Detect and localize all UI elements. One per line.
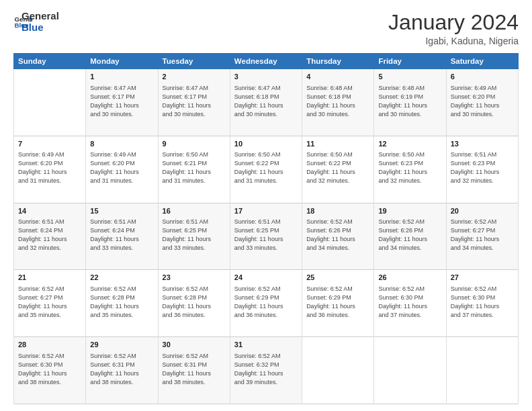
logo-blue: Blue bbox=[21, 22, 59, 34]
day-info: Sunrise: 6:51 AMSunset: 6:24 PMDaylight:… bbox=[18, 218, 81, 253]
day-number: 17 bbox=[234, 206, 298, 216]
day-number: 2 bbox=[163, 72, 226, 82]
day-number: 25 bbox=[306, 273, 369, 283]
logo: General Blue General Blue bbox=[13, 11, 59, 33]
week-row-5: 28Sunrise: 6:52 AMSunset: 6:30 PMDayligh… bbox=[14, 337, 519, 404]
day-number: 28 bbox=[18, 340, 81, 350]
day-info: Sunrise: 6:51 AMSunset: 6:24 PMDaylight:… bbox=[90, 218, 153, 253]
day-info: Sunrise: 6:49 AMSunset: 6:20 PMDaylight:… bbox=[18, 150, 81, 185]
day-info: Sunrise: 6:49 AMSunset: 6:20 PMDaylight:… bbox=[90, 150, 153, 185]
day-info: Sunrise: 6:50 AMSunset: 6:22 PMDaylight:… bbox=[306, 150, 369, 185]
day-cell: 24Sunrise: 6:52 AMSunset: 6:29 PMDayligh… bbox=[230, 270, 302, 337]
logo-general: General bbox=[21, 11, 59, 22]
header-day-tuesday: Tuesday bbox=[158, 54, 230, 69]
day-cell bbox=[374, 337, 446, 404]
title-block: January 2024 Igabi, Kaduna, Nigeria bbox=[388, 11, 519, 46]
day-cell bbox=[302, 337, 374, 404]
day-info: Sunrise: 6:52 AMSunset: 6:31 PMDaylight:… bbox=[163, 352, 226, 387]
day-number: 23 bbox=[163, 273, 226, 283]
day-info: Sunrise: 6:52 AMSunset: 6:26 PMDaylight:… bbox=[306, 218, 369, 253]
day-number: 10 bbox=[234, 139, 298, 149]
header-row: SundayMondayTuesdayWednesdayThursdayFrid… bbox=[14, 54, 519, 69]
day-number: 31 bbox=[234, 340, 298, 350]
day-number: 18 bbox=[306, 206, 369, 216]
day-number: 6 bbox=[451, 72, 514, 82]
day-info: Sunrise: 6:49 AMSunset: 6:20 PMDaylight:… bbox=[451, 84, 514, 119]
day-info: Sunrise: 6:52 AMSunset: 6:27 PMDaylight:… bbox=[18, 285, 81, 320]
day-cell: 18Sunrise: 6:52 AMSunset: 6:26 PMDayligh… bbox=[302, 203, 374, 270]
day-number: 7 bbox=[18, 139, 81, 149]
day-cell: 27Sunrise: 6:52 AMSunset: 6:30 PMDayligh… bbox=[446, 270, 518, 337]
header-day-friday: Friday bbox=[374, 54, 446, 69]
day-number: 14 bbox=[18, 206, 81, 216]
calendar-table: SundayMondayTuesdayWednesdayThursdayFrid… bbox=[13, 53, 519, 404]
day-info: Sunrise: 6:47 AMSunset: 6:17 PMDaylight:… bbox=[90, 84, 153, 119]
day-number: 20 bbox=[451, 206, 514, 216]
day-info: Sunrise: 6:52 AMSunset: 6:29 PMDaylight:… bbox=[234, 285, 298, 320]
header-day-sunday: Sunday bbox=[14, 54, 86, 69]
day-number: 30 bbox=[163, 340, 226, 350]
week-row-1: 1Sunrise: 6:47 AMSunset: 6:17 PMDaylight… bbox=[14, 69, 519, 136]
day-number: 26 bbox=[378, 273, 441, 283]
day-info: Sunrise: 6:52 AMSunset: 6:26 PMDaylight:… bbox=[378, 218, 441, 253]
day-info: Sunrise: 6:51 AMSunset: 6:25 PMDaylight:… bbox=[234, 218, 298, 253]
day-number: 3 bbox=[234, 72, 298, 82]
day-cell: 10Sunrise: 6:50 AMSunset: 6:22 PMDayligh… bbox=[230, 136, 302, 203]
day-info: Sunrise: 6:48 AMSunset: 6:19 PMDaylight:… bbox=[378, 84, 441, 119]
day-cell: 30Sunrise: 6:52 AMSunset: 6:31 PMDayligh… bbox=[158, 337, 230, 404]
day-number: 15 bbox=[90, 206, 153, 216]
day-number: 13 bbox=[451, 139, 514, 149]
day-cell: 25Sunrise: 6:52 AMSunset: 6:29 PMDayligh… bbox=[302, 270, 374, 337]
day-cell: 6Sunrise: 6:49 AMSunset: 6:20 PMDaylight… bbox=[446, 69, 518, 136]
day-cell: 29Sunrise: 6:52 AMSunset: 6:31 PMDayligh… bbox=[86, 337, 158, 404]
day-number: 21 bbox=[18, 273, 81, 283]
day-cell: 12Sunrise: 6:50 AMSunset: 6:23 PMDayligh… bbox=[374, 136, 446, 203]
day-cell bbox=[14, 69, 86, 136]
day-number: 8 bbox=[90, 139, 153, 149]
day-info: Sunrise: 6:47 AMSunset: 6:18 PMDaylight:… bbox=[234, 84, 298, 119]
day-cell: 9Sunrise: 6:50 AMSunset: 6:21 PMDaylight… bbox=[158, 136, 230, 203]
day-cell: 16Sunrise: 6:51 AMSunset: 6:25 PMDayligh… bbox=[158, 203, 230, 270]
day-number: 22 bbox=[90, 273, 153, 283]
day-cell: 8Sunrise: 6:49 AMSunset: 6:20 PMDaylight… bbox=[86, 136, 158, 203]
week-row-2: 7Sunrise: 6:49 AMSunset: 6:20 PMDaylight… bbox=[14, 136, 519, 203]
day-cell: 7Sunrise: 6:49 AMSunset: 6:20 PMDaylight… bbox=[14, 136, 86, 203]
day-info: Sunrise: 6:51 AMSunset: 6:25 PMDaylight:… bbox=[163, 218, 226, 253]
day-cell: 3Sunrise: 6:47 AMSunset: 6:18 PMDaylight… bbox=[230, 69, 302, 136]
day-cell: 17Sunrise: 6:51 AMSunset: 6:25 PMDayligh… bbox=[230, 203, 302, 270]
day-info: Sunrise: 6:47 AMSunset: 6:17 PMDaylight:… bbox=[163, 84, 226, 119]
day-info: Sunrise: 6:50 AMSunset: 6:21 PMDaylight:… bbox=[163, 150, 226, 185]
day-info: Sunrise: 6:52 AMSunset: 6:29 PMDaylight:… bbox=[306, 285, 369, 320]
day-cell: 19Sunrise: 6:52 AMSunset: 6:26 PMDayligh… bbox=[374, 203, 446, 270]
day-info: Sunrise: 6:50 AMSunset: 6:23 PMDaylight:… bbox=[378, 150, 441, 185]
day-cell: 22Sunrise: 6:52 AMSunset: 6:28 PMDayligh… bbox=[86, 270, 158, 337]
day-number: 16 bbox=[163, 206, 226, 216]
day-cell: 20Sunrise: 6:52 AMSunset: 6:27 PMDayligh… bbox=[446, 203, 518, 270]
day-cell bbox=[446, 337, 518, 404]
header-day-saturday: Saturday bbox=[446, 54, 518, 69]
day-number: 12 bbox=[378, 139, 441, 149]
day-number: 24 bbox=[234, 273, 298, 283]
day-cell: 13Sunrise: 6:51 AMSunset: 6:23 PMDayligh… bbox=[446, 136, 518, 203]
day-number: 4 bbox=[306, 72, 369, 82]
day-cell: 2Sunrise: 6:47 AMSunset: 6:17 PMDaylight… bbox=[158, 69, 230, 136]
day-cell: 21Sunrise: 6:52 AMSunset: 6:27 PMDayligh… bbox=[14, 270, 86, 337]
day-info: Sunrise: 6:52 AMSunset: 6:28 PMDaylight:… bbox=[90, 285, 153, 320]
day-info: Sunrise: 6:52 AMSunset: 6:28 PMDaylight:… bbox=[163, 285, 226, 320]
header-day-wednesday: Wednesday bbox=[230, 54, 302, 69]
day-number: 1 bbox=[90, 72, 153, 82]
day-number: 19 bbox=[378, 206, 441, 216]
day-number: 5 bbox=[378, 72, 441, 82]
week-row-3: 14Sunrise: 6:51 AMSunset: 6:24 PMDayligh… bbox=[14, 203, 519, 270]
month-title: January 2024 bbox=[388, 11, 519, 34]
day-info: Sunrise: 6:52 AMSunset: 6:30 PMDaylight:… bbox=[451, 285, 514, 320]
day-cell: 26Sunrise: 6:52 AMSunset: 6:30 PMDayligh… bbox=[374, 270, 446, 337]
day-info: Sunrise: 6:52 AMSunset: 6:31 PMDaylight:… bbox=[90, 352, 153, 387]
day-info: Sunrise: 6:51 AMSunset: 6:23 PMDaylight:… bbox=[451, 150, 514, 185]
day-number: 27 bbox=[451, 273, 514, 283]
day-cell: 28Sunrise: 6:52 AMSunset: 6:30 PMDayligh… bbox=[14, 337, 86, 404]
day-cell: 1Sunrise: 6:47 AMSunset: 6:17 PMDaylight… bbox=[86, 69, 158, 136]
day-cell: 4Sunrise: 6:48 AMSunset: 6:18 PMDaylight… bbox=[302, 69, 374, 136]
day-cell: 11Sunrise: 6:50 AMSunset: 6:22 PMDayligh… bbox=[302, 136, 374, 203]
day-info: Sunrise: 6:52 AMSunset: 6:30 PMDaylight:… bbox=[378, 285, 441, 320]
